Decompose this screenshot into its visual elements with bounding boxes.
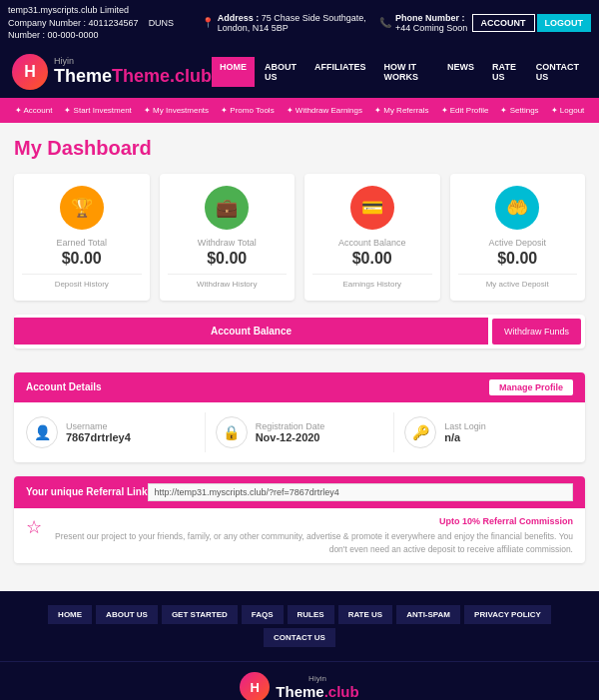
withdraw-funds-button[interactable]: Withdraw Funds bbox=[492, 319, 581, 345]
nav-news[interactable]: NEWS bbox=[439, 57, 482, 87]
account-details-header: Account Details Manage Profile bbox=[14, 372, 585, 402]
deposit-history-link[interactable]: Deposit History bbox=[22, 274, 142, 289]
nav-how-it-works[interactable]: HOW IT WORKS bbox=[375, 57, 437, 87]
subnav-start-investment[interactable]: ✦ Start Investment bbox=[59, 103, 136, 118]
stat-account-balance: 💳 Account Balance $0.00 Earnings History bbox=[304, 174, 440, 301]
last-login-value: n/a bbox=[444, 431, 486, 443]
subnav-edit-profile[interactable]: ✦ Edit Profile bbox=[436, 103, 494, 118]
location-icon: 📍 bbox=[202, 17, 214, 28]
subnav-my-referrals[interactable]: ✦ My Referrals bbox=[369, 103, 434, 118]
referral-link-input[interactable] bbox=[148, 483, 574, 501]
account-details-card: Account Details Manage Profile 👤 Usernam… bbox=[14, 372, 585, 462]
stat-earned-total: 🏆 Earned Total $0.00 Deposit History bbox=[14, 174, 150, 301]
dashboard-title: My Dashboard bbox=[14, 137, 585, 160]
main-nav: HOME ABOUT US AFFILIATES HOW IT WORKS NE… bbox=[212, 57, 587, 87]
footer-nav-home[interactable]: HOME bbox=[48, 605, 92, 624]
logout-button[interactable]: LOGOUT bbox=[537, 14, 592, 32]
phone-text: Phone Number : +44 Coming Soon bbox=[395, 13, 468, 33]
logo: H Hiyin ThemeTheme.club bbox=[12, 54, 212, 90]
logo-sub: Hiyin bbox=[54, 56, 212, 66]
nav-home[interactable]: HOME bbox=[212, 57, 255, 87]
stat-withdraw-total: 💼 Withdraw Total $0.00 Withdraw History bbox=[160, 174, 296, 301]
key-icon: 🔑 bbox=[404, 416, 436, 448]
phone-info: 📞 Phone Number : +44 Coming Soon ACCOUNT… bbox=[379, 13, 591, 33]
footer-logo-text-group: Hiyin Theme.club bbox=[276, 674, 358, 700]
star-icon: ☆ bbox=[26, 516, 42, 538]
footer-logo: H Hiyin Theme.club bbox=[10, 672, 589, 700]
footer-nav-faqs[interactable]: FAQS bbox=[242, 605, 284, 624]
earned-value: $0.00 bbox=[22, 250, 142, 268]
username-label: Username bbox=[66, 421, 131, 431]
referral-header: Your unique Referral Link bbox=[14, 476, 585, 508]
divider-1 bbox=[205, 412, 206, 452]
last-login-label: Last Login bbox=[444, 421, 486, 431]
divider-2 bbox=[393, 412, 394, 452]
lock-icon: 🔒 bbox=[216, 416, 248, 448]
phone-icon: 📞 bbox=[379, 17, 391, 28]
footer-logo-text: Theme.club bbox=[276, 683, 358, 700]
address-text: Address : 75 Chase Side Southgate, Londo… bbox=[218, 13, 379, 33]
auth-buttons: ACCOUNT LOGOUT bbox=[472, 14, 592, 32]
balance-icon: 💳 bbox=[350, 186, 394, 230]
last-login-group: 🔑 Last Login n/a bbox=[404, 416, 573, 448]
company-number: Company Number : 4011234567 DUNS Number … bbox=[8, 17, 202, 42]
subnav-account[interactable]: ✦ Account bbox=[10, 103, 58, 118]
subnav-my-investments[interactable]: ✦ My Investments bbox=[139, 103, 214, 118]
withdraw-label: Withdraw Total bbox=[168, 238, 288, 248]
account-details-row: 👤 Username 7867drtrley4 🔒 Registration D… bbox=[14, 402, 585, 462]
top-bar: temp31.myscripts.club Limited Company Nu… bbox=[0, 0, 599, 46]
withdraw-icon: 💼 bbox=[205, 186, 249, 230]
active-deposit-link[interactable]: My active Deposit bbox=[458, 274, 578, 289]
manage-profile-button[interactable]: Manage Profile bbox=[489, 379, 573, 395]
deposit-value: $0.00 bbox=[458, 250, 578, 268]
referral-card: Your unique Referral Link ☆ Upto 10% Ref… bbox=[14, 476, 585, 564]
reg-date-label: Registration Date bbox=[256, 421, 325, 431]
earned-icon: 🏆 bbox=[60, 186, 104, 230]
nav-affiliates[interactable]: AFFILIATES bbox=[306, 57, 373, 87]
nav-about[interactable]: ABOUT US bbox=[257, 57, 304, 87]
company-info: temp31.myscripts.club Limited Company Nu… bbox=[8, 4, 202, 42]
withdraw-value: $0.00 bbox=[168, 250, 288, 268]
address-info: 📍 Address : 75 Chase Side Southgate, Lon… bbox=[202, 13, 379, 33]
subnav-promo-tools[interactable]: ✦ Promo Tools bbox=[216, 103, 280, 118]
referral-label: Your unique Referral Link bbox=[26, 486, 148, 497]
subnav-withdraw[interactable]: ✦ Withdraw Earnings bbox=[282, 103, 367, 118]
nav-contact[interactable]: CONTACT US bbox=[528, 57, 587, 87]
reg-date-value: Nov-12-2020 bbox=[256, 431, 325, 443]
referral-text-container: Upto 10% Referral Commission Present our… bbox=[50, 516, 573, 556]
username-group: 👤 Username 7867drtrley4 bbox=[26, 416, 195, 448]
footer-nav-rules[interactable]: RULES bbox=[288, 605, 334, 624]
footer: H Hiyin Theme.club © 2019 All Rights Res… bbox=[0, 661, 599, 700]
subnav-logout[interactable]: ✦ Logout bbox=[546, 103, 590, 118]
footer-nav: HOME ABOUT US GET STARTED FAQS RULES RAT… bbox=[0, 591, 599, 661]
account-details-label: Account Details bbox=[26, 381, 102, 392]
earned-label: Earned Total bbox=[22, 238, 142, 248]
account-button[interactable]: ACCOUNT bbox=[472, 14, 535, 32]
deposit-label: Active Deposit bbox=[458, 238, 578, 248]
footer-nav-contact[interactable]: CONTACT US bbox=[264, 628, 335, 647]
sub-nav: ✦ Account ✦ Start Investment ✦ My Invest… bbox=[0, 98, 599, 123]
referral-info: ☆ Upto 10% Referral Commission Present o… bbox=[14, 508, 585, 564]
footer-nav-get-started[interactable]: GET STARTED bbox=[162, 605, 238, 624]
reg-date-group: 🔒 Registration Date Nov-12-2020 bbox=[216, 416, 384, 448]
balance-bar-label: Account Balance bbox=[14, 318, 488, 345]
earnings-history-link[interactable]: Earnings History bbox=[312, 274, 432, 289]
header: H Hiyin ThemeTheme.club HOME ABOUT US AF… bbox=[0, 46, 599, 98]
footer-nav-anti-spam[interactable]: ANTI-SPAM bbox=[396, 605, 460, 624]
footer-nav-privacy[interactable]: PRIVACY POLICY bbox=[464, 605, 551, 624]
last-login-info: Last Login n/a bbox=[444, 421, 486, 443]
footer-nav-about[interactable]: ABOUT US bbox=[96, 605, 158, 624]
footer-nav-rate-us[interactable]: RATE US bbox=[338, 605, 393, 624]
balance-value: $0.00 bbox=[312, 250, 432, 268]
referral-description: Present our project to your friends, fam… bbox=[50, 530, 573, 556]
user-icon: 👤 bbox=[26, 416, 58, 448]
deposit-icon: 🤲 bbox=[495, 186, 539, 230]
balance-label: Account Balance bbox=[312, 238, 432, 248]
stats-row: 🏆 Earned Total $0.00 Deposit History 💼 W… bbox=[14, 174, 585, 301]
main-content: My Dashboard 🏆 Earned Total $0.00 Deposi… bbox=[0, 123, 599, 592]
logo-main-text: ThemeTheme.club bbox=[54, 66, 212, 87]
nav-rate-us[interactable]: RATE US bbox=[484, 57, 526, 87]
reg-date-info: Registration Date Nov-12-2020 bbox=[256, 421, 325, 443]
subnav-settings[interactable]: ✦ Settings bbox=[495, 103, 543, 118]
withdraw-history-link[interactable]: Withdraw History bbox=[168, 274, 288, 289]
